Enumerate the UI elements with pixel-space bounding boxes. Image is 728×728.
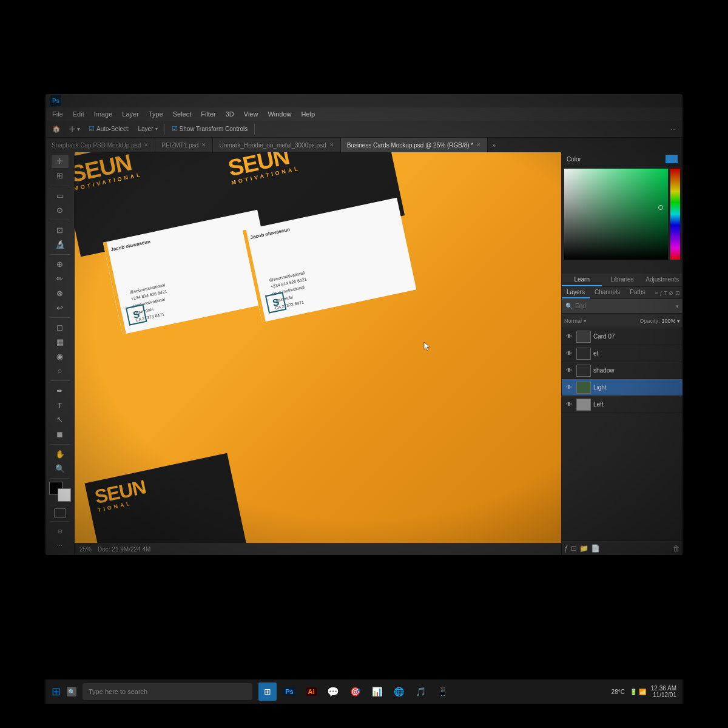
move-tool[interactable]: ✛ [52, 155, 69, 168]
layer-left[interactable]: 👁 Left [562, 396, 682, 413]
tab-close-peizmt[interactable]: ✕ [201, 142, 206, 148]
canvas-area[interactable]: SEUN MOTIVATIONAL SEUN MOTIVATIONAL @seu… [75, 152, 561, 555]
delete-layer[interactable]: 🗑 [673, 544, 680, 553]
color-swatches[interactable] [49, 482, 71, 502]
new-group[interactable]: 📁 [579, 544, 588, 553]
taskbar-media[interactable]: 🎵 [411, 682, 430, 701]
layers-tab[interactable]: Layers [562, 287, 590, 298]
color-saturation-gradient[interactable] [564, 169, 668, 260]
clone-tool[interactable]: ⊗ [52, 286, 69, 300]
menu-file[interactable]: File [48, 109, 67, 119]
screen-mode[interactable]: ⊟ [52, 525, 69, 538]
add-mask[interactable]: ⊡ [571, 544, 577, 553]
taskbar-illustrator[interactable]: Ai [302, 682, 320, 701]
move-tool-options[interactable]: ✛ ▾ [66, 124, 83, 135]
sys-icons: 🔋 📶 [630, 689, 646, 695]
layer-eye-shadow[interactable]: 👁 [564, 366, 574, 376]
color-gradient-area[interactable] [564, 169, 680, 263]
taskbar-app5[interactable]: 🎯 [346, 682, 364, 701]
gradient-tool[interactable]: ▦ [52, 335, 69, 349]
adjustments-tab[interactable]: Adjustments [642, 274, 682, 286]
libraries-tab[interactable]: Libraries [602, 274, 642, 286]
menu-select[interactable]: Select [169, 109, 196, 119]
tab-hoodie[interactable]: Unmark_Hoodie_on_metal_3000px.psd ✕ [213, 138, 340, 152]
brush-tool[interactable]: ✏ [52, 272, 69, 286]
home-btn[interactable]: 🏠 [49, 124, 64, 134]
tab-close-snapback[interactable]: ✕ [144, 142, 149, 148]
layer-thumb-light [576, 382, 591, 394]
learn-tab[interactable]: Learn [562, 274, 602, 286]
tab-peizmt[interactable]: PEIZMT1.psd ✕ [155, 138, 213, 152]
menu-view[interactable]: View [240, 109, 263, 119]
layer-light[interactable]: 👁 Light [562, 379, 682, 396]
search-icon[interactable]: 🔍 [67, 687, 76, 696]
history-brush[interactable]: ↩ [52, 301, 69, 314]
tabs-overflow[interactable]: » [488, 142, 500, 149]
taskbar-excel[interactable]: 📊 [368, 682, 386, 701]
windows-logo[interactable]: ⊞ [52, 685, 61, 698]
opacity-value[interactable]: 100% ▾ [661, 318, 680, 324]
dodge-tool[interactable]: ○ [52, 365, 69, 378]
menu-type[interactable]: Type [144, 109, 167, 119]
menu-filter[interactable]: Filter [197, 109, 220, 119]
taskbar-messages[interactable]: 💬 [324, 682, 342, 701]
layer-eye-card07[interactable]: 👁 [564, 332, 574, 342]
menu-layer[interactable]: Layer [118, 109, 143, 119]
tab-snapback[interactable]: Snapback Cap PSD MockUp.psd ✕ [46, 138, 155, 152]
tab-business-cards[interactable]: Business Cards Mockup.psd @ 25% (RGB/8) … [341, 138, 488, 152]
layer-eye-left[interactable]: 👁 [564, 400, 574, 410]
color-fg-swatch[interactable] [666, 155, 678, 163]
taskbar-explorer[interactable]: ⊞ [258, 682, 277, 701]
shape-tool[interactable]: ◼ [52, 428, 69, 441]
channels-tab[interactable]: Channels [590, 287, 625, 298]
layer-shadow[interactable]: 👁 shadow [562, 362, 682, 379]
extras-tool[interactable]: ⋯ [52, 539, 69, 553]
mask-mode[interactable] [54, 508, 66, 519]
healing-tool[interactable]: ⊕ [52, 258, 69, 271]
layers-panel: Layers Channels Paths ≡ ƒ T ⊘ ⊡ 🔍 ▾ Norm… [562, 287, 682, 555]
rectangular-marquee[interactable]: ▭ [52, 189, 69, 203]
date: 11/12/01 [651, 692, 676, 698]
menu-bar[interactable]: File Edit Image Layer Type Select Filter… [46, 107, 682, 121]
eraser-tool[interactable]: ◻ [52, 321, 69, 334]
layer-thumb-card07 [576, 331, 591, 343]
background-color[interactable] [58, 488, 71, 502]
color-hue-slider[interactable] [670, 169, 680, 260]
menu-edit[interactable]: Edit [69, 109, 89, 119]
paths-tab[interactable]: Paths [625, 287, 650, 298]
more-options-btn[interactable]: ··· [667, 124, 679, 134]
windows-search[interactable]: Type here to search [83, 683, 252, 700]
zoom-tool[interactable]: 🔍 [52, 462, 69, 475]
layer-search-input[interactable] [575, 303, 673, 309]
blur-tool[interactable]: ◉ [52, 350, 69, 363]
layers-search[interactable]: 🔍 ▾ [562, 299, 682, 314]
tab-close-hoodie[interactable]: ✕ [329, 142, 334, 148]
taskbar-whatsapp[interactable]: 📱 [433, 682, 451, 701]
blend-mode[interactable]: Normal ▾ [564, 318, 587, 324]
layer-eye-el[interactable]: 👁 [564, 349, 574, 359]
artboard-tool[interactable]: ⊞ [52, 169, 69, 183]
taskbar-chrome[interactable]: 🌐 [389, 682, 408, 701]
crop-tool[interactable]: ⊡ [52, 223, 69, 237]
menu-image[interactable]: Image [90, 109, 117, 119]
new-layer[interactable]: 📄 [591, 544, 600, 553]
layer-card07[interactable]: 👁 Card 07 [562, 328, 682, 345]
type-tool[interactable]: T [52, 399, 69, 412]
eyedropper-tool[interactable]: 🔬 [52, 238, 69, 251]
path-selection[interactable]: ↖ [52, 413, 69, 426]
menu-window[interactable]: Window [263, 109, 295, 119]
layer-el[interactable]: 👁 el [562, 345, 682, 362]
menu-help[interactable]: Help [297, 109, 320, 119]
tab-close-business[interactable]: ✕ [476, 142, 481, 148]
show-transform-checkbox[interactable]: ☑ Show Transform Controls [169, 124, 251, 134]
layer-eye-light[interactable]: 👁 [564, 383, 574, 393]
document-tabs: Snapback Cap PSD MockUp.psd ✕ PEIZMT1.ps… [46, 138, 682, 152]
layer-dropdown[interactable]: Layer ▾ [135, 124, 160, 133]
pen-tool[interactable]: ✒ [52, 384, 69, 397]
menu-3d[interactable]: 3D [221, 109, 238, 119]
lasso-tool[interactable]: ⊙ [52, 203, 69, 217]
taskbar-photoshop[interactable]: Ps [280, 682, 298, 701]
auto-select-checkbox[interactable]: ☑ Auto-Select: [86, 124, 132, 134]
hand-tool[interactable]: ✋ [52, 448, 69, 461]
add-layer-style[interactable]: ƒ [564, 544, 568, 553]
